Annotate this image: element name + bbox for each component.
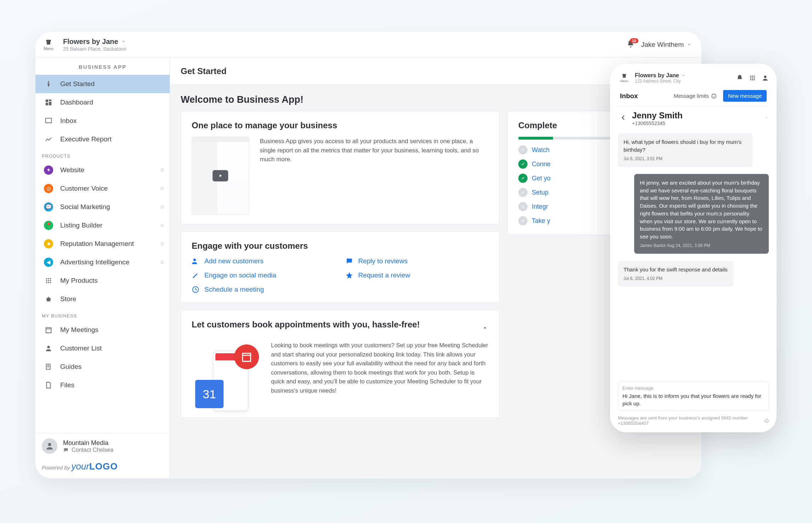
conversation-header: Jenny Smith +13065552345 [618, 106, 769, 129]
user-menu[interactable]: Jake Winthem [641, 41, 692, 49]
logo-part-2: LOGO [89, 461, 118, 472]
sidebar-item-reputation[interactable]: ★ Reputation Management ≡ [35, 235, 170, 253]
rocket-icon [45, 80, 52, 88]
message-limits-link[interactable]: Message limits [674, 93, 717, 99]
sidebar-item-label: Listing Builder [60, 221, 102, 229]
grid-icon [45, 277, 52, 285]
one-place-card: One place to manage your business Busine… [181, 111, 500, 224]
drag-handle-icon[interactable]: ≡ [160, 167, 163, 174]
sidebar-item-label: Website [60, 166, 84, 174]
bell-icon[interactable] [736, 74, 743, 81]
setup-item[interactable]: Watch [518, 145, 624, 154]
svg-point-21 [754, 79, 755, 80]
engage-social-media[interactable]: Engage on social media [192, 271, 335, 279]
sidebar-item-store[interactable]: Store [35, 290, 170, 308]
sidebar-item-advertising[interactable]: ◀ Advertising Intelligence ≡ [35, 253, 170, 271]
notifications-button[interactable]: 10 [626, 40, 635, 50]
drag-handle-icon[interactable]: ≡ [160, 259, 163, 266]
phone-menu-button[interactable]: Menu [618, 73, 631, 83]
drag-handle-icon[interactable]: ≡ [160, 240, 163, 248]
svg-point-20 [752, 79, 753, 80]
svg-point-24 [766, 117, 767, 117]
intro-video-thumbnail[interactable] [192, 137, 249, 215]
contact-phone: +13065552345 [632, 120, 765, 126]
trend-icon [45, 135, 52, 143]
sidebar-item-label: Executive Report [60, 135, 112, 143]
svg-point-13 [750, 75, 751, 77]
setup-item[interactable]: Get yo [518, 174, 624, 183]
person-icon [45, 442, 54, 451]
setup-item[interactable]: Take y [518, 216, 624, 225]
sidebar-item-files[interactable]: Files [35, 376, 170, 394]
inbox-tab[interactable]: Inbox [620, 92, 638, 100]
svg-point-11 [193, 259, 196, 261]
notification-count: 10 [630, 38, 638, 43]
contact-link[interactable]: Contact Chelsea [63, 447, 113, 453]
drag-handle-icon[interactable]: ≡ [160, 185, 163, 192]
mobile-inbox-window: Menu Flowers by Jane 123 Address Street,… [610, 64, 777, 432]
engage-schedule-meeting[interactable]: Schedule a meeting [192, 286, 335, 293]
engage-reply-reviews[interactable]: Reply to reviews [345, 257, 489, 265]
sidebar-item-my-meetings[interactable]: My Meetings [35, 321, 170, 339]
calendar-badge-icon [234, 344, 259, 369]
check-done-icon [518, 159, 528, 169]
chevron-up-icon[interactable] [481, 324, 489, 331]
business-selector[interactable]: Flowers by Jane 25 Balsam Place, Saskato… [63, 38, 126, 52]
drag-handle-icon[interactable]: ≡ [160, 203, 163, 211]
listing-icon: 📍 [44, 221, 53, 230]
sidebar-item-listing-builder[interactable]: 📍 Listing Builder ≡ [35, 216, 170, 235]
calendar-day-icon: 31 [195, 380, 224, 408]
logo-part-1: your [71, 461, 89, 472]
message-incoming: Hi, what type of flowers should i buy fo… [618, 133, 752, 167]
ads-icon: ◀ [44, 258, 53, 267]
setup-item[interactable]: Conne [518, 159, 624, 169]
sidebar-item-guides[interactable]: Guides [35, 358, 170, 376]
message-thread[interactable]: Hi, what type of flowers should i buy fo… [618, 129, 769, 379]
message-outgoing: Hi jenny, we are excited about your mum'… [634, 174, 769, 254]
sidebar-item-customer-voice[interactable]: ◎ Customer Voice ≡ [35, 179, 170, 198]
setup-item[interactable]: Integr [518, 202, 624, 211]
sidebar-item-dashboard[interactable]: Dashboard [35, 93, 170, 112]
phone-business-selector[interactable]: Flowers by Jane 123 Address Street, City [635, 72, 732, 84]
powered-by: Powered by yourLOGO [35, 457, 170, 478]
card-title: Engage with your customers [192, 241, 489, 251]
sidebar-item-label: My Products [60, 277, 98, 285]
user-name-label: Jake Winthem [641, 41, 684, 49]
card-title: Let customers book appointments with you… [192, 320, 420, 330]
more-menu-button[interactable] [765, 114, 767, 123]
check-done-icon [518, 174, 528, 183]
new-message-button[interactable]: New message [723, 90, 767, 102]
engage-add-customers[interactable]: Add new customers [192, 257, 335, 265]
sidebar-item-website[interactable]: ✦ Website ≡ [35, 161, 170, 179]
sidebar-item-get-started[interactable]: Get Started [35, 75, 170, 93]
svg-point-10 [48, 443, 51, 446]
compose-value: Hi Jane, this is to inform you that your… [622, 392, 764, 407]
progress-bar [518, 137, 624, 140]
book-appointments-card: Let customers book appointments with you… [181, 310, 500, 418]
message-incoming: Thank you for the swift response and det… [618, 261, 733, 287]
info-icon[interactable] [764, 418, 769, 423]
sidebar-item-inbox[interactable]: Inbox [35, 112, 170, 130]
sidebar-item-customer-list[interactable]: Customer List [35, 339, 170, 358]
sidebar-item-label: Customer Voice [60, 185, 108, 192]
sidebar-item-social-marketing[interactable]: 💬 Social Marketing ≡ [35, 198, 170, 216]
menu-button[interactable]: Menu [40, 39, 57, 51]
sidebar-item-label: Guides [60, 363, 81, 371]
setup-item[interactable]: Setup [518, 188, 624, 197]
engage-request-review[interactable]: Request a review [345, 271, 489, 279]
avatar [42, 438, 57, 454]
contact-name: Jenny Smith [632, 111, 765, 120]
compose-input[interactable]: Enter message Hi Jane, this is to inform… [618, 382, 769, 411]
back-button[interactable] [619, 114, 627, 123]
drag-handle-icon[interactable]: ≡ [160, 222, 163, 229]
sidebar-item-executive-report[interactable]: Executive Report [35, 130, 170, 148]
sidebar-item-my-products[interactable]: My Products [35, 271, 170, 290]
person-icon[interactable] [762, 74, 769, 81]
card-body: Business App gives you access to all you… [260, 137, 489, 215]
sidebar-footer[interactable]: Mountain Media Contact Chelsea [35, 433, 170, 457]
message-timestamp: Jul 6, 2021, 3:51 PM [624, 156, 747, 162]
svg-point-14 [752, 75, 753, 77]
apps-icon[interactable] [749, 74, 756, 81]
compose-placeholder: Enter message [622, 386, 764, 391]
card-body: Looking to book meetings with your custo… [271, 341, 489, 408]
